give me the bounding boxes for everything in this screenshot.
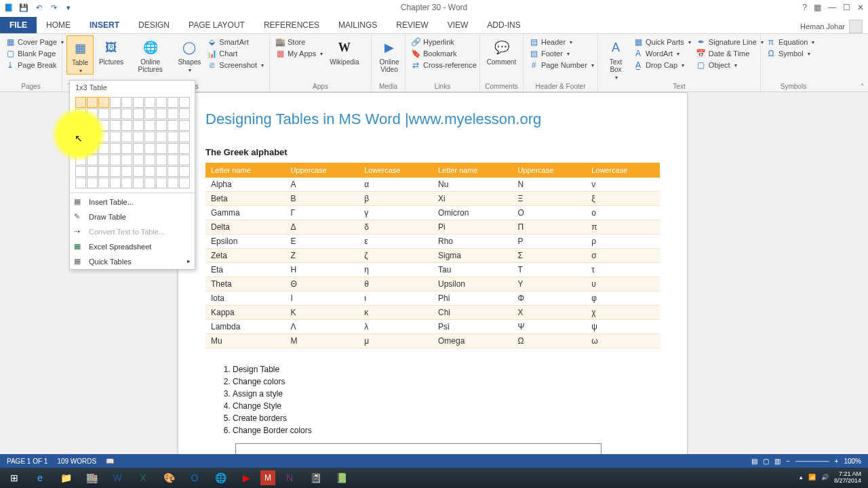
outlook-icon[interactable]: O	[183, 469, 206, 487]
online-video-button[interactable]: ▶Online Video	[376, 35, 403, 73]
calendar-icon: 📅	[696, 49, 706, 58]
chart-button[interactable]: 📊Chart	[205, 48, 265, 59]
view-web-icon[interactable]: ▥	[774, 458, 781, 465]
cover-page-button[interactable]: ▦Cover Page▾	[4, 37, 65, 47]
chrome-icon[interactable]: 🌐	[209, 469, 232, 487]
symbol-button[interactable]: ΩSymbol▾	[765, 48, 816, 59]
close-icon[interactable]: ✕	[857, 3, 864, 12]
youtube-icon[interactable]: ▶	[235, 469, 258, 487]
equation-button[interactable]: πEquation▾	[765, 37, 816, 47]
datetime-button[interactable]: 📅Date & Time	[695, 48, 765, 59]
table-button[interactable]: ▦Table▾	[66, 35, 94, 75]
minimize-icon[interactable]: —	[828, 3, 836, 12]
app-m-icon[interactable]: M	[260, 470, 275, 485]
start-button[interactable]: ⊞	[3, 469, 26, 487]
view-read-icon[interactable]: ▢	[763, 458, 769, 465]
table-grid-header: 1x3 Table	[70, 81, 195, 94]
app-icon-1[interactable]: 📓	[304, 469, 327, 487]
object-button[interactable]: ▢Object▾	[695, 60, 765, 70]
table-icon: ▦	[71, 39, 90, 58]
ribbon-tabs: FILE HOME INSERT DESIGN PAGE LAYOUT REFE…	[0, 15, 868, 34]
wikipedia-button[interactable]: WWikipedia	[327, 35, 361, 66]
tab-mailings[interactable]: MAILINGS	[329, 17, 387, 33]
quicktable-icon: ▦	[74, 257, 83, 266]
ribbon-options-icon[interactable]: ▦	[814, 3, 821, 12]
quickparts-button[interactable]: ▦Quick Parts▾	[632, 37, 692, 47]
tab-view[interactable]: VIEW	[438, 17, 478, 33]
network-icon[interactable]: 📶	[808, 474, 816, 481]
draw-table-menuitem[interactable]: ✎Draw Table	[70, 209, 195, 224]
wordart-button[interactable]: AWordArt▾	[632, 48, 692, 59]
store-button[interactable]: 🏬Store	[274, 37, 324, 47]
zoom-in-icon[interactable]: +	[835, 458, 839, 465]
insert-table-menuitem[interactable]: ▦Insert Table...	[70, 195, 195, 209]
dropcap-button[interactable]: A̲Drop Cap▾	[632, 60, 692, 70]
tray-up-icon[interactable]: ▴	[800, 474, 803, 481]
table-dropdown-menu: 1x3 Table ▦Insert Table... ✎Draw Table ⇢…	[69, 80, 195, 270]
onenote-icon[interactable]: N	[278, 469, 301, 487]
textbox-button[interactable]: AText Box▾	[602, 35, 629, 81]
word-taskbar-icon[interactable]: W	[106, 469, 129, 487]
paint-icon[interactable]: 🎨	[157, 469, 180, 487]
help-icon[interactable]: ?	[802, 3, 807, 12]
myapps-button[interactable]: ▦My Apps▾	[274, 48, 324, 59]
collapse-ribbon-icon[interactable]: ˄	[861, 83, 864, 90]
zoom-out-icon[interactable]: −	[786, 458, 790, 465]
group-label-pages: Pages	[4, 83, 58, 92]
tab-addins[interactable]: ADD-INS	[477, 17, 530, 33]
tab-review[interactable]: REVIEW	[387, 17, 437, 33]
tab-insert[interactable]: INSERT	[80, 17, 129, 33]
comment-button[interactable]: 💬Comment	[484, 35, 519, 66]
page-break-button[interactable]: ⤓Page Break	[4, 60, 65, 70]
avatar[interactable]	[849, 20, 863, 33]
pictures-button[interactable]: 🖼Pictures	[98, 35, 125, 66]
tab-references[interactable]: REFERENCES	[254, 17, 329, 33]
screenshot-button[interactable]: ⎚Screenshot▾	[205, 60, 265, 70]
excel-taskbar-icon[interactable]: X	[132, 469, 155, 487]
inserted-table-preview	[235, 443, 601, 454]
header-button[interactable]: ▤Header▾	[528, 37, 595, 47]
redo-icon[interactable]: ↷	[49, 3, 58, 12]
smartart-button[interactable]: ⬙SmartArt	[205, 37, 265, 47]
proofing-icon[interactable]: 📖	[106, 458, 114, 465]
undo-icon[interactable]: ↶	[34, 3, 43, 12]
tab-design[interactable]: DESIGN	[129, 17, 179, 33]
save-icon[interactable]: 💾	[19, 3, 28, 12]
status-page[interactable]: PAGE 1 OF 1	[7, 458, 47, 465]
volume-icon[interactable]: 🔊	[821, 474, 829, 481]
page-number-button[interactable]: #Page Number▾	[528, 60, 595, 70]
tray-date[interactable]: 8/27/2014	[834, 478, 861, 485]
app-icon-2[interactable]: 📗	[330, 469, 353, 487]
explorer-icon[interactable]: 📁	[54, 469, 77, 487]
cover-page-icon: ▦	[5, 37, 15, 47]
quick-tables-menuitem[interactable]: ▦Quick Tables▸	[70, 254, 195, 269]
excel-spreadsheet-menuitem[interactable]: ▦Excel Spreadsheet	[70, 239, 195, 254]
bookmark-button[interactable]: 🔖Bookmark	[410, 48, 478, 59]
hyperlink-button[interactable]: 🔗Hyperlink	[410, 37, 478, 47]
blank-page-button[interactable]: ▢Blank Page	[4, 48, 65, 59]
ie-icon[interactable]: e	[28, 469, 52, 487]
table-size-grid[interactable]	[75, 97, 189, 188]
group-label-headerfooter: Header & Footer	[528, 83, 593, 92]
qat-more-icon[interactable]: ▾	[64, 3, 73, 12]
video-icon: ▶	[380, 38, 399, 57]
shapes-button[interactable]: ◯Shapes▾	[176, 35, 203, 73]
tab-page-layout[interactable]: PAGE LAYOUT	[179, 17, 254, 33]
online-pictures-button[interactable]: 🌐Online Pictures	[127, 35, 173, 73]
group-label-apps: Apps	[274, 83, 367, 92]
group-label-links: Links	[410, 83, 475, 92]
maximize-icon[interactable]: ☐	[843, 3, 850, 12]
status-words[interactable]: 109 WORDS	[57, 458, 96, 465]
view-print-icon[interactable]: ▤	[751, 458, 757, 465]
store-icon[interactable]: 🏬	[80, 469, 103, 487]
wikipedia-icon: W	[335, 38, 354, 57]
quick-access-toolbar: 📘 💾 ↶ ↷ ▾	[0, 3, 77, 12]
tab-home[interactable]: HOME	[37, 17, 80, 33]
user-name[interactable]: Heman Johar	[800, 22, 845, 30]
cross-ref-button[interactable]: ⇄Cross-reference	[410, 60, 478, 70]
footer-button[interactable]: ▤Footer▾	[528, 48, 595, 59]
signature-button[interactable]: ✒Signature Line▾	[695, 37, 765, 47]
title-bar: 📘 💾 ↶ ↷ ▾ Chapter 30 - Word ? ▦ — ☐ ✕	[0, 0, 868, 15]
zoom-level[interactable]: 100%	[844, 458, 861, 465]
tab-file[interactable]: FILE	[0, 17, 37, 33]
